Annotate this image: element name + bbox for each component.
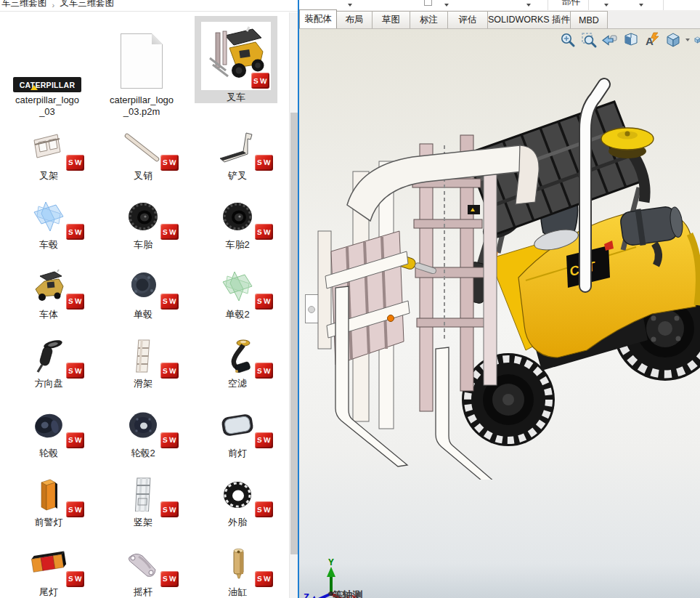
solidworks-badge-icon: SW (160, 294, 179, 310)
component-button-label[interactable]: 部件 (562, 0, 580, 8)
dropdown-arrow-icon[interactable] (526, 4, 531, 7)
dropdown-arrow-icon[interactable] (444, 4, 449, 7)
part-label: 前灯 (228, 447, 247, 460)
fork-blade-thumbnail (217, 130, 258, 165)
solidworks-badge-icon: SW (160, 363, 179, 379)
part-item-vehicle-body[interactable]: SW 车体 (1, 255, 96, 325)
part-label: 单毂2 (225, 308, 249, 321)
file-label: caterpillar_logo (15, 94, 79, 106)
part-item-warning-light[interactable]: SW 前警灯 (1, 464, 96, 533)
dropdown-arrow-icon[interactable] (639, 4, 643, 7)
part-label: 叉架 (39, 169, 58, 182)
part-item-headlight[interactable]: SW 前灯 (190, 394, 285, 464)
explorer-scrollbar-thumb[interactable] (290, 113, 298, 554)
ribbon-partial-row: 部件 (299, 0, 700, 10)
fork-frame-thumbnail (28, 130, 69, 165)
breadcrumb-current[interactable]: 叉车三维套图 (60, 0, 114, 9)
breadcrumb: 车三维套图 › 叉车三维套图 (0, 0, 298, 12)
part-label: 油缸 (228, 586, 247, 598)
part-item-fork-pin[interactable]: SW 叉销 (96, 116, 190, 186)
part-item-wheel-rim[interactable]: SW 轮毂 (1, 394, 96, 464)
outer-tire-thumbnail (217, 477, 258, 512)
part-item-fork-blade[interactable]: SW 铲叉 (190, 116, 285, 186)
view-orientation-label: *等轴测 (328, 589, 362, 598)
headsup-view-toolbar: A (559, 31, 700, 49)
explorer-scrollbar (289, 12, 298, 598)
part-label: 车胎2 (225, 238, 249, 251)
solidworks-badge-icon: SW (255, 155, 273, 171)
part-item-fork-frame[interactable]: SW 叉架 (1, 116, 96, 186)
part-item-single-hub[interactable]: SW 单毂 (96, 255, 190, 325)
part-item-tire-2[interactable]: SW 车胎2 (190, 186, 285, 256)
file-item-caterpillar-logo[interactable]: CATERPILLAR caterpillar_logo _03 (3, 16, 91, 118)
part-label: 车胎 (134, 238, 152, 251)
solidworks-badge-icon: SW (66, 501, 84, 517)
file-item-forklift-assembly-selected[interactable]: SW 叉车 (195, 16, 277, 103)
part-item-wheel-rim-2[interactable]: SW 轮毂2 (96, 394, 190, 464)
solidworks-badge-icon: SW (66, 571, 84, 587)
tab-evaluate[interactable]: 评估 (447, 11, 488, 28)
zoom-to-area-icon[interactable] (580, 31, 598, 49)
hide-show-annotations-icon[interactable]: A (643, 31, 661, 49)
part-label: 方向盘 (35, 377, 63, 390)
part-label: 铲叉 (228, 169, 247, 182)
dropdown-arrow-icon[interactable] (604, 4, 609, 7)
view-orientation-dropdown-icon[interactable] (685, 39, 690, 41)
dropdown-arrow-icon[interactable] (348, 4, 352, 7)
part-item-carriage[interactable]: SW 滑架 (96, 325, 190, 395)
part-item-single-hub-planes[interactable]: SW 单毂2 (190, 255, 285, 325)
solidworks-badge-icon: SW (66, 155, 84, 171)
previous-view-icon[interactable] (601, 31, 619, 49)
orientation-triad: Y X Z (302, 532, 360, 598)
load-backrest (318, 231, 410, 365)
part-item-tire[interactable]: SW 车胎 (96, 186, 190, 256)
part-label: 车毂 (39, 238, 58, 251)
chevron-right-icon: › (52, 1, 55, 9)
tab-assembly[interactable]: 装配体 (299, 9, 337, 28)
solidworks-badge-icon: SW (66, 294, 84, 310)
wheel-rim-thumbnail (28, 408, 69, 443)
part-label: 外胎 (228, 516, 247, 529)
part-item-upright-frame[interactable]: SW 竖架 (96, 464, 190, 533)
part-item-air-filter[interactable]: SW 空滤 (190, 325, 285, 395)
part-item-wheel-hub-planes[interactable]: SW 车毂 (1, 186, 96, 256)
file-item-p2m[interactable]: caterpillar_logo _03.p2m (97, 16, 186, 118)
solidworks-badge-icon: SW (160, 155, 179, 171)
display-style-icon[interactable] (693, 31, 700, 49)
ribbon-separator (663, 0, 664, 10)
wheel-rim-thumbnail (123, 408, 163, 443)
part-item-outer-tire[interactable]: SW 外胎 (190, 464, 285, 533)
solidworks-badge-icon: SW (255, 224, 273, 240)
part-item-tail-light[interactable]: SW 尾灯 (1, 533, 96, 598)
solidworks-badge-icon: SW (160, 432, 179, 448)
tab-layout[interactable]: 布局 (336, 11, 373, 28)
reference-planes-green-thumbnail (217, 269, 258, 304)
tab-annotate[interactable]: 标注 (410, 11, 448, 28)
tire-thumbnail (123, 199, 163, 234)
solidworks-badge-icon: SW (66, 432, 84, 448)
part-item-steering-wheel[interactable]: SW 方向盘 (1, 325, 96, 395)
tab-solidworks-addins[interactable]: SOLIDWORKS 插件 (487, 11, 571, 28)
part-item-rocker-arm[interactable]: SW 摇杆 (96, 533, 190, 598)
svg-text:Y: Y (328, 557, 334, 567)
zoom-to-fit-icon[interactable] (559, 31, 577, 49)
part-label: 前警灯 (35, 516, 63, 529)
cat-triangle-icon (30, 85, 38, 90)
reference-planes-blue-thumbnail (28, 199, 69, 234)
ribbon-button-icon[interactable] (424, 0, 432, 6)
view-orientation-icon[interactable] (664, 31, 682, 49)
section-view-icon[interactable] (622, 31, 640, 49)
part-item-oil-cylinder[interactable]: SW 油缸 (190, 533, 285, 598)
graphics-viewport[interactable]: A (299, 29, 700, 598)
upright-frame-thumbnail (123, 477, 163, 512)
fork-pin-thumbnail (123, 130, 163, 165)
solidworks-badge-icon: SW (251, 73, 269, 89)
app-window: 车三维套图 › 叉车三维套图 CATERPILLAR caterpillar_l… (0, 0, 700, 598)
oil-cylinder-thumbnail (217, 546, 258, 581)
breadcrumb-parent[interactable]: 车三维套图 (1, 0, 47, 9)
solidworks-badge-icon: SW (66, 363, 84, 379)
tab-sketch[interactable]: 草图 (372, 11, 410, 28)
hub-thumbnail (123, 269, 163, 304)
tab-mbd[interactable]: MBD (570, 11, 608, 28)
headlight-thumbnail (217, 408, 258, 443)
